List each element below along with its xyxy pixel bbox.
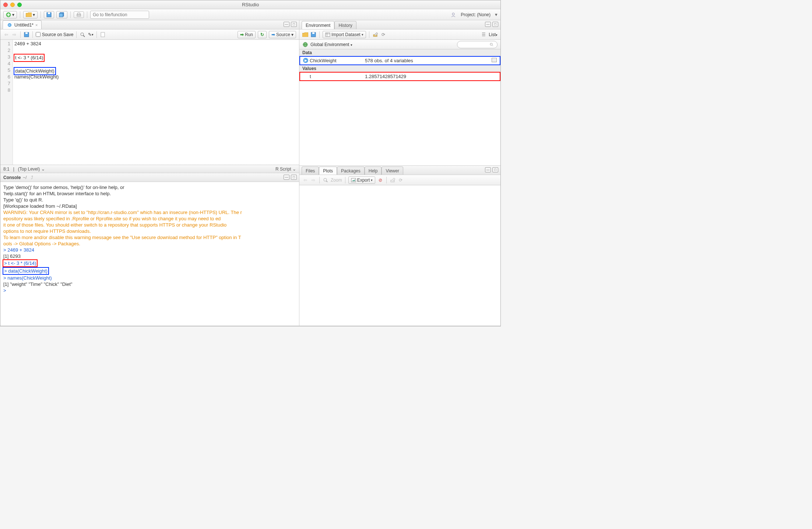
tab-packages[interactable]: Packages bbox=[337, 167, 365, 175]
svg-point-26 bbox=[324, 178, 327, 181]
popout-icon[interactable]: ⤴ bbox=[29, 175, 35, 181]
env-data-row[interactable]: ▶ ChickWeight 578 obs. of 4 variables bbox=[299, 56, 500, 65]
source-button[interactable]: ➡Source ▾ bbox=[269, 31, 296, 38]
tab-title: Untitled1* bbox=[14, 22, 34, 28]
left-column: R Untitled1* × — □ ⇦ ⇨ bbox=[0, 20, 299, 326]
tab-help[interactable]: Help bbox=[365, 167, 382, 175]
prev-plot-icon[interactable]: ⇦ bbox=[302, 177, 308, 183]
minimize-pane-button[interactable]: — bbox=[284, 175, 289, 180]
svg-rect-19 bbox=[326, 33, 330, 36]
console-line: 'help.start()' for an HTML browser inter… bbox=[3, 190, 296, 197]
titlebar: RStudio bbox=[0, 0, 500, 9]
console-line: epository was likely specified in .Rprof… bbox=[3, 216, 296, 222]
plots-pane: Files Plots Packages Help Viewer — □ ⇦ ⇨ bbox=[299, 166, 500, 326]
svg-point-14 bbox=[81, 33, 84, 36]
minimize-pane-button[interactable]: — bbox=[485, 167, 491, 172]
tab-history[interactable]: History bbox=[334, 21, 356, 29]
tab-plots[interactable]: Plots bbox=[319, 167, 337, 175]
save-icon[interactable] bbox=[24, 32, 29, 38]
clear-plots-icon[interactable] bbox=[390, 177, 396, 183]
svg-rect-16 bbox=[101, 32, 105, 37]
new-file-button[interactable]: ▾ bbox=[3, 11, 17, 18]
refresh-plot-icon[interactable]: ⟳ bbox=[398, 177, 404, 183]
source-tab[interactable]: R Untitled1* × bbox=[3, 20, 42, 29]
import-dataset-button[interactable]: Import Dataset ▾ bbox=[323, 31, 366, 38]
source-on-save-checkbox[interactable]: Source on Save bbox=[36, 32, 73, 37]
source-on-save-input[interactable] bbox=[36, 32, 41, 37]
remove-plot-icon[interactable]: ⊘ bbox=[377, 177, 383, 183]
load-workspace-icon[interactable] bbox=[302, 32, 308, 38]
main-toolbar: ▾ ▾ Project: (None) ▾ bbox=[0, 9, 500, 20]
tab-environment[interactable]: Environment bbox=[302, 21, 334, 29]
goto-file-input[interactable] bbox=[90, 11, 149, 19]
tab-viewer[interactable]: Viewer bbox=[382, 167, 403, 175]
env-value-row[interactable]: t 1.28571428571429 bbox=[299, 72, 500, 81]
separator bbox=[70, 11, 71, 18]
console-path: ~/ bbox=[23, 175, 27, 180]
run-button[interactable]: ➡Run bbox=[238, 31, 256, 38]
maximize-pane-button[interactable]: □ bbox=[291, 22, 297, 27]
wand-icon[interactable]: ✎▾ bbox=[88, 32, 94, 38]
grid-icon[interactable] bbox=[492, 58, 497, 62]
zoom-icon[interactable] bbox=[323, 177, 328, 183]
view-mode-selector[interactable]: List▾ bbox=[489, 32, 498, 37]
console-body[interactable]: Type 'demo()' for some demos, 'help()' f… bbox=[0, 182, 299, 326]
cursor-position: 8:1 bbox=[3, 167, 10, 172]
tab-files[interactable]: Files bbox=[302, 167, 319, 175]
clear-workspace-icon[interactable] bbox=[372, 32, 378, 38]
svg-point-9 bbox=[452, 13, 454, 15]
list-view-icon[interactable]: ☰ bbox=[481, 32, 486, 38]
zoom-label[interactable]: Zoom bbox=[331, 178, 342, 183]
source-statusbar: 8:1 | (Top Level) ⌄ R Script ⌄ bbox=[0, 165, 299, 173]
console-line: > names(ChickWeight) bbox=[3, 275, 296, 281]
find-icon[interactable] bbox=[80, 32, 85, 38]
refresh-icon[interactable]: ⟳ bbox=[380, 32, 386, 38]
scope-selector[interactable]: Global Environment ▾ bbox=[310, 42, 352, 47]
minimize-pane-button[interactable]: — bbox=[284, 22, 289, 27]
code-area[interactable]: 2469 + 3824 t <- 3 * (6/14) data(ChickWe… bbox=[13, 40, 299, 165]
svg-rect-8 bbox=[78, 13, 80, 14]
maximize-pane-button[interactable]: □ bbox=[291, 175, 297, 180]
code-line: 2469 + 3824 bbox=[14, 41, 41, 46]
print-button[interactable] bbox=[74, 11, 84, 18]
rerun-button[interactable]: ↻ bbox=[258, 31, 267, 38]
save-button[interactable] bbox=[44, 11, 54, 18]
save-workspace-icon[interactable] bbox=[310, 32, 316, 38]
maximize-pane-button[interactable]: □ bbox=[492, 22, 498, 27]
source-toolbar: ⇦ ⇨ Source on Save ✎▾ bbox=[0, 29, 299, 40]
console-line: ools -> Global Options -> Packages. bbox=[3, 241, 296, 247]
maximize-pane-button[interactable]: □ bbox=[492, 167, 498, 172]
export-button[interactable]: Export ▾ bbox=[348, 176, 376, 184]
env-var-name: t bbox=[310, 74, 365, 79]
project-menu[interactable]: Project: (None) bbox=[458, 11, 493, 18]
env-section-values: Values bbox=[299, 65, 500, 72]
console-prompt[interactable]: > bbox=[3, 287, 296, 294]
console-line: To learn more and/or disable this warnin… bbox=[3, 234, 296, 241]
env-search-input[interactable] bbox=[457, 41, 498, 48]
expand-icon[interactable]: ▶ bbox=[303, 58, 308, 63]
svg-line-27 bbox=[326, 181, 327, 182]
goto-file-field[interactable] bbox=[90, 11, 149, 19]
forward-icon[interactable]: ⇨ bbox=[11, 32, 17, 38]
open-project-button[interactable]: ▾ bbox=[23, 11, 38, 18]
window-title: RStudio bbox=[0, 2, 500, 7]
next-plot-icon[interactable]: ⇨ bbox=[310, 177, 316, 183]
plots-tabrow: Files Plots Packages Help Viewer — □ bbox=[299, 166, 500, 175]
notebook-icon[interactable] bbox=[100, 32, 106, 38]
minimize-pane-button[interactable]: — bbox=[485, 22, 491, 27]
r-file-icon: R bbox=[7, 22, 13, 28]
language-selector[interactable]: R Script ⌄ bbox=[275, 167, 296, 172]
console-line: it one of those files. You should either… bbox=[3, 222, 296, 228]
scope-selector[interactable]: (Top Level) ⌄ bbox=[18, 167, 45, 172]
console-line: [Workspace loaded from ~/.RData] bbox=[3, 203, 296, 209]
code-line: t <- 3 * (6/14) bbox=[14, 54, 45, 62]
code-editor[interactable]: 1 2 3 4 5 6 7 8 2469 + 3824 t <- 3 * (6/… bbox=[0, 40, 299, 165]
save-all-button[interactable] bbox=[56, 11, 67, 18]
rstudio-window: RStudio ▾ ▾ Project: (None) ▾ bbox=[0, 0, 501, 326]
close-icon[interactable]: × bbox=[35, 23, 38, 27]
console-line: > 2469 + 3824 bbox=[3, 247, 296, 253]
env-toolbar: Import Dataset ▾ ⟳ ☰ List▾ bbox=[299, 29, 500, 40]
content-area: R Untitled1* × — □ ⇦ ⇨ bbox=[0, 20, 500, 326]
console-title: Console bbox=[3, 175, 21, 180]
back-icon[interactable]: ⇦ bbox=[3, 32, 9, 38]
